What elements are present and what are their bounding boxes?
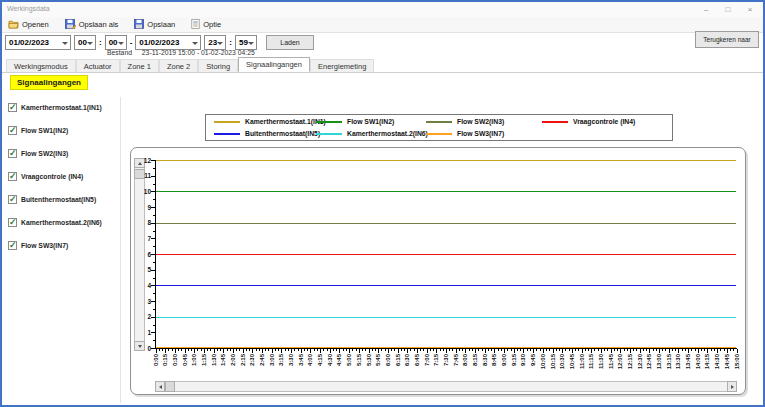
tab-energiemeting[interactable]: Energiemeting xyxy=(310,59,374,72)
x-axis-minor-tick xyxy=(249,349,250,351)
x-axis-minor-tick xyxy=(588,349,589,351)
checkbox-item-vraagcontrole-in4[interactable]: ✓Vraagcontrole (IN4) xyxy=(8,172,120,181)
x-axis-minor-tick xyxy=(511,349,512,351)
checkbox-label: Flow SW2(IN3) xyxy=(21,150,68,157)
x-axis-minor-tick xyxy=(307,349,308,351)
tab-storing[interactable]: Storing xyxy=(198,59,238,72)
checkbox-item-flow-sw2-in3[interactable]: ✓Flow SW2(IN3) xyxy=(8,149,120,158)
x-axis-tick xyxy=(427,349,428,353)
legend-label: Flow SW1(IN2) xyxy=(347,118,394,125)
dash-separator: - xyxy=(130,38,133,47)
end-date-select[interactable]: 01/02/2023 xyxy=(135,35,201,50)
return-button[interactable]: Terugkeren naar xyxy=(695,31,759,48)
checkmark-icon: ✓ xyxy=(9,125,17,135)
x-axis-minor-tick xyxy=(410,349,411,351)
close-icon[interactable]: × xyxy=(739,2,761,17)
x-axis-minor-tick xyxy=(304,349,305,351)
x-axis-tick xyxy=(659,349,660,353)
x-axis-tick xyxy=(194,349,195,353)
toolbar-button-openen[interactable]: Openen xyxy=(8,19,49,31)
checkbox-item-flow-sw3-in7[interactable]: ✓Flow SW3(IN7) xyxy=(8,241,120,250)
checkbox-label: Buitenthermostaat(IN5) xyxy=(21,196,96,203)
x-axis-tick xyxy=(388,349,389,353)
y-axis-minor-tick xyxy=(153,293,155,294)
tab-zone-1[interactable]: Zone 1 xyxy=(120,59,159,72)
x-axis-tick xyxy=(204,349,205,353)
minimize-icon[interactable]: – xyxy=(695,2,717,17)
file-info: Bestand 23-11-2019 15:00 - 01-02-2023 04… xyxy=(107,49,255,56)
tab-zone-2[interactable]: Zone 2 xyxy=(159,59,198,72)
x-axis-minor-tick xyxy=(491,349,492,351)
start-minute-select[interactable]: 00 xyxy=(105,35,127,50)
legend-label: Kamerthermostaat.2(IN6) xyxy=(347,130,428,137)
x-axis-minor-tick xyxy=(569,349,570,351)
toolbar: OpenenOpslaan alsOpslaanOptie xyxy=(2,17,763,33)
tab-signaalingangen[interactable]: Signaalingangen xyxy=(238,57,310,72)
checkbox-icon[interactable]: ✓ xyxy=(8,218,17,227)
toolbar-button-opslaan[interactable]: Opslaan xyxy=(134,19,175,31)
checkbox-icon[interactable]: ✓ xyxy=(8,149,17,158)
x-axis-tick xyxy=(707,349,708,353)
y-axis-label: 3 xyxy=(135,298,151,305)
x-axis-tick xyxy=(233,349,234,353)
tab-werkingsmodus[interactable]: Werkingsmodus xyxy=(6,59,76,72)
checkbox-item-flow-sw1-in2[interactable]: ✓Flow SW1(IN2) xyxy=(8,126,120,135)
checkbox-item-kamerthermostaat-2-in6[interactable]: ✓Kamerthermostaat.2(IN6) xyxy=(8,218,120,227)
x-axis-tick xyxy=(601,349,602,353)
x-axis-minor-tick xyxy=(181,349,182,351)
checkbox-icon[interactable]: ✓ xyxy=(8,172,17,181)
tab-actuator[interactable]: Actuator xyxy=(76,59,120,72)
maximize-icon[interactable]: □ xyxy=(717,2,739,17)
legend-swatch xyxy=(426,121,452,123)
section-label: Signaalingangen xyxy=(10,75,88,90)
checkbox-icon[interactable]: ✓ xyxy=(8,241,17,250)
x-axis-minor-tick xyxy=(381,349,382,351)
y-axis-label: 11 xyxy=(135,172,151,179)
end-minute-select[interactable]: 59 xyxy=(235,35,257,50)
checkbox-icon[interactable]: ✓ xyxy=(8,195,17,204)
x-axis-minor-tick xyxy=(478,349,479,351)
toolbar-button-label: Openen xyxy=(22,20,49,29)
start-date-select[interactable]: 01/02/2023 xyxy=(5,35,71,50)
load-button[interactable]: Laden xyxy=(266,35,314,50)
chevron-down-icon xyxy=(62,42,68,45)
x-axis-minor-tick xyxy=(653,349,654,351)
end-hour-select[interactable]: 23 xyxy=(204,35,226,50)
checkbox-item-buitenthermostaat-in5[interactable]: ✓Buitenthermostaat(IN5) xyxy=(8,195,120,204)
checkbox-icon[interactable]: ✓ xyxy=(8,103,17,112)
x-axis-minor-tick xyxy=(540,349,541,351)
checkbox-item-kamerthermostaat-1-in1[interactable]: ✓Kamerthermostaat.1(IN1) xyxy=(8,103,120,112)
x-axis-minor-tick xyxy=(336,349,337,351)
checkbox-icon[interactable]: ✓ xyxy=(8,126,17,135)
y-axis-tick xyxy=(151,348,155,349)
y-axis-tick xyxy=(151,270,155,271)
legend-swatch xyxy=(542,121,568,123)
x-axis-tick xyxy=(562,349,563,353)
toolbar-button-optie[interactable]: Optie xyxy=(191,19,221,31)
checkmark-icon: ✓ xyxy=(9,194,17,204)
x-axis-tick xyxy=(398,349,399,353)
x-axis-minor-tick xyxy=(672,349,673,351)
chevron-down-icon xyxy=(87,42,93,45)
scroll-left-button[interactable] xyxy=(155,381,165,392)
x-axis-minor-tick xyxy=(191,349,192,351)
start-hour-select[interactable]: 00 xyxy=(74,35,96,50)
x-axis-minor-tick xyxy=(230,349,231,351)
y-axis-tick xyxy=(151,285,155,286)
scroll-right-button[interactable] xyxy=(727,381,737,392)
x-axis-tick xyxy=(475,349,476,353)
legend-swatch xyxy=(214,133,240,135)
x-axis-minor-tick xyxy=(578,349,579,351)
x-axis-minor-tick xyxy=(288,349,289,351)
x-axis-label: 15:00 xyxy=(729,354,745,382)
horizontal-scroll-thumb[interactable] xyxy=(165,381,175,392)
toolbar-button-opslaan-als[interactable]: Opslaan als xyxy=(65,19,119,31)
x-axis-tick xyxy=(678,349,679,353)
chevron-down-icon xyxy=(248,42,254,45)
x-axis-minor-tick xyxy=(443,349,444,351)
x-axis-tick xyxy=(339,349,340,353)
x-axis-minor-tick xyxy=(352,349,353,351)
x-axis-tick xyxy=(281,349,282,353)
legend-item-kamerthermostaat-2-in6: Kamerthermostaat.2(IN6) xyxy=(308,128,418,140)
horizontal-scrollbar[interactable] xyxy=(155,381,737,392)
